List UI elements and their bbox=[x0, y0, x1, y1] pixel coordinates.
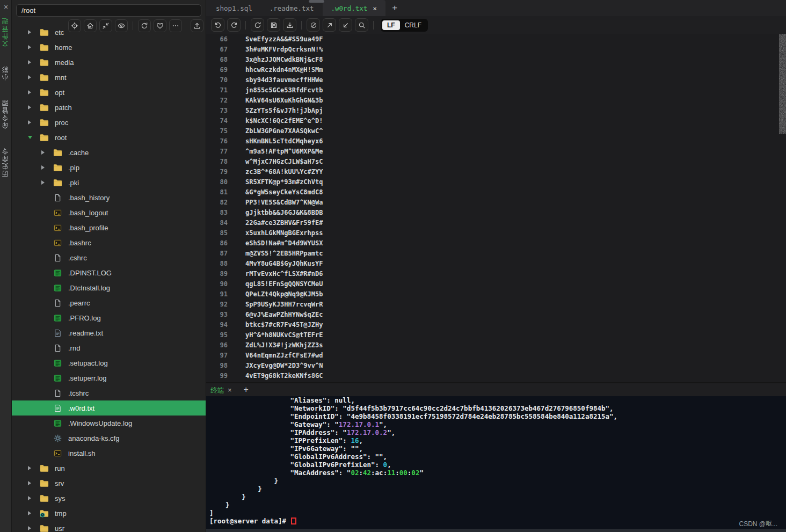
tree-item-pfro-log[interactable]: .PFRO.log bbox=[12, 310, 206, 325]
tree-item-usr[interactable]: usr bbox=[12, 521, 206, 532]
tree-item-srv[interactable]: srv bbox=[12, 476, 206, 491]
home-button[interactable] bbox=[84, 19, 97, 32]
chevron-right-icon[interactable] bbox=[28, 75, 40, 79]
panel-divider[interactable] bbox=[206, 0, 206, 532]
tree-item-mnt[interactable]: mnt bbox=[12, 70, 206, 85]
tree-item-cache[interactable]: .cache bbox=[12, 145, 206, 160]
folder-icon bbox=[40, 133, 50, 142]
tree-item-patch[interactable]: patch bbox=[12, 100, 206, 115]
tree-item-dpinst-log[interactable]: .DPINST.LOG bbox=[12, 265, 206, 280]
chevron-right-icon[interactable] bbox=[28, 120, 40, 125]
tree-item-media[interactable]: media bbox=[12, 55, 206, 70]
tree-item-bash-profile[interactable]: .bash_profile bbox=[12, 220, 206, 235]
eol-lf-button[interactable]: LF bbox=[382, 20, 400, 30]
refresh-button[interactable] bbox=[138, 19, 151, 32]
tree-item-windowsupdate-log[interactable]: .WindowsUpdate.log bbox=[12, 416, 206, 431]
tree-item-dtcinstall-log[interactable]: .DtcInstall.log bbox=[12, 280, 206, 295]
sidebar-tab-command-history[interactable]: 历史命令 bbox=[1, 147, 10, 177]
search-button[interactable] bbox=[355, 18, 368, 32]
toolbar-separator bbox=[133, 21, 133, 30]
chevron-right-icon[interactable] bbox=[28, 511, 40, 515]
save-button[interactable] bbox=[267, 18, 280, 32]
sidebar-tab-mini-view[interactable]: 小影 bbox=[1, 65, 10, 81]
tree-item-label: .w0rd.txt bbox=[68, 404, 94, 412]
chevron-right-icon[interactable] bbox=[28, 496, 40, 500]
more-button[interactable] bbox=[169, 19, 182, 32]
tree-item-pip[interactable]: .pip bbox=[12, 160, 206, 175]
add-terminal-button[interactable]: + bbox=[244, 385, 249, 395]
add-tab-button[interactable]: + bbox=[385, 0, 404, 16]
chevron-right-icon[interactable] bbox=[28, 526, 40, 530]
editor-content[interactable]: 66SveEfyzzA&&#S59ua49F673h#uMKFVrdpQcrks… bbox=[206, 34, 786, 382]
chevron-down-icon[interactable] bbox=[28, 136, 40, 139]
sidebar-tab-command-manager[interactable]: 命令管理 bbox=[1, 99, 10, 129]
locate-button[interactable] bbox=[68, 19, 81, 32]
close-icon[interactable]: × bbox=[373, 4, 377, 12]
tree-item-opt[interactable]: opt bbox=[12, 85, 206, 100]
arrow-sw-button[interactable] bbox=[339, 18, 352, 32]
terminal-text: 172.17.0.2 bbox=[347, 428, 387, 436]
tree-item-pearrc[interactable]: .pearrc bbox=[12, 295, 206, 310]
chevron-right-icon[interactable] bbox=[28, 481, 40, 485]
chevron-right-icon[interactable] bbox=[28, 45, 40, 49]
tree-item-rnd[interactable]: .rnd bbox=[12, 340, 206, 355]
tree-item-w0rd-txt[interactable]: .w0rd.txt bbox=[12, 400, 206, 416]
tree-item-setuperr-log[interactable]: .setuperr.log bbox=[12, 370, 206, 385]
refresh-button[interactable] bbox=[251, 18, 264, 32]
tree-item-label: sys bbox=[55, 494, 66, 502]
chevron-right-icon[interactable] bbox=[41, 165, 53, 170]
editor-minimap[interactable] bbox=[779, 34, 786, 134]
line-number: 80 bbox=[206, 178, 228, 186]
sidebar-tab-file-manager[interactable]: 文件管理 bbox=[1, 17, 10, 47]
close-icon[interactable]: × bbox=[0, 0, 12, 14]
tree-item-anaconda-ks-cfg[interactable]: anaconda-ks.cfg bbox=[12, 431, 206, 446]
tree-item-bash-logout[interactable]: .bash_logout bbox=[12, 205, 206, 220]
upload-button[interactable] bbox=[191, 19, 203, 32]
tree-item-setupact-log[interactable]: .setupact.log bbox=[12, 355, 206, 370]
line-text: 6@vJ%EawPZhHYNw$qZEc bbox=[245, 311, 323, 318]
tree-item-install-sh[interactable]: install.sh bbox=[12, 446, 206, 461]
refresh-icon bbox=[141, 22, 148, 30]
locate-icon bbox=[71, 22, 78, 30]
redo-button[interactable] bbox=[227, 18, 241, 32]
tree-item-bash-history[interactable]: .bash_history bbox=[12, 190, 206, 205]
tree-item-sys[interactable]: sys bbox=[12, 491, 206, 506]
terminal-tab[interactable]: 终端 bbox=[210, 385, 224, 395]
collapse-button[interactable] bbox=[99, 19, 112, 32]
terminal-scrollbar[interactable] bbox=[206, 529, 786, 532]
path-input[interactable] bbox=[16, 4, 201, 17]
editor-tab-shop1-sql[interactable]: shop1.sql bbox=[207, 0, 261, 16]
tree-item-tmp[interactable]: tmp bbox=[12, 506, 206, 521]
chevron-right-icon[interactable] bbox=[28, 105, 40, 110]
eye-button[interactable] bbox=[115, 19, 128, 32]
tree-item-proc[interactable]: proc bbox=[12, 115, 206, 130]
tree-item-run[interactable]: run bbox=[12, 461, 206, 476]
eol-crlf-button[interactable]: CRLF bbox=[400, 20, 426, 30]
tree-item-root[interactable]: root bbox=[12, 130, 206, 145]
arrow-ne-button[interactable] bbox=[323, 18, 336, 32]
chevron-right-icon[interactable] bbox=[41, 180, 53, 185]
chevron-right-icon[interactable] bbox=[28, 30, 40, 34]
tree-item-pki[interactable]: .pki bbox=[12, 175, 206, 190]
chevron-right-icon[interactable] bbox=[28, 60, 40, 64]
undo-button[interactable] bbox=[211, 18, 224, 32]
tree-item-bashrc[interactable]: .bashrc bbox=[12, 235, 206, 250]
editor-tab-w0rd-txt[interactable]: .w0rd.txt× bbox=[323, 0, 386, 16]
chevron-right-icon[interactable] bbox=[28, 90, 40, 94]
editor-line: 98JXcyEvg@DW*2D3^9vv^N bbox=[206, 360, 786, 370]
chevron-right-icon[interactable] bbox=[28, 466, 40, 470]
circle-slash-button[interactable] bbox=[307, 18, 320, 32]
terminal-output[interactable]: "Aliases": null, "NetworkID": "d5f44f5b3… bbox=[206, 396, 786, 532]
chevron-right-icon[interactable] bbox=[41, 150, 53, 155]
tabbar-scrollbar[interactable] bbox=[309, 0, 324, 3]
tree-item-cshrc[interactable]: .cshrc bbox=[12, 250, 206, 265]
tree-item-home[interactable]: home bbox=[12, 40, 206, 55]
download-button[interactable] bbox=[283, 18, 296, 32]
tree-item-tcshrc[interactable]: .tcshrc bbox=[12, 385, 206, 400]
tree-item-readme-txt[interactable]: .readme.txt bbox=[12, 325, 206, 340]
terminal-text: : bbox=[359, 469, 363, 477]
editor-tab-label: .readme.txt bbox=[270, 4, 314, 12]
close-icon[interactable]: × bbox=[228, 386, 232, 394]
terminal-line: "Aliases": null, bbox=[209, 396, 786, 404]
heart-button[interactable] bbox=[154, 19, 166, 32]
